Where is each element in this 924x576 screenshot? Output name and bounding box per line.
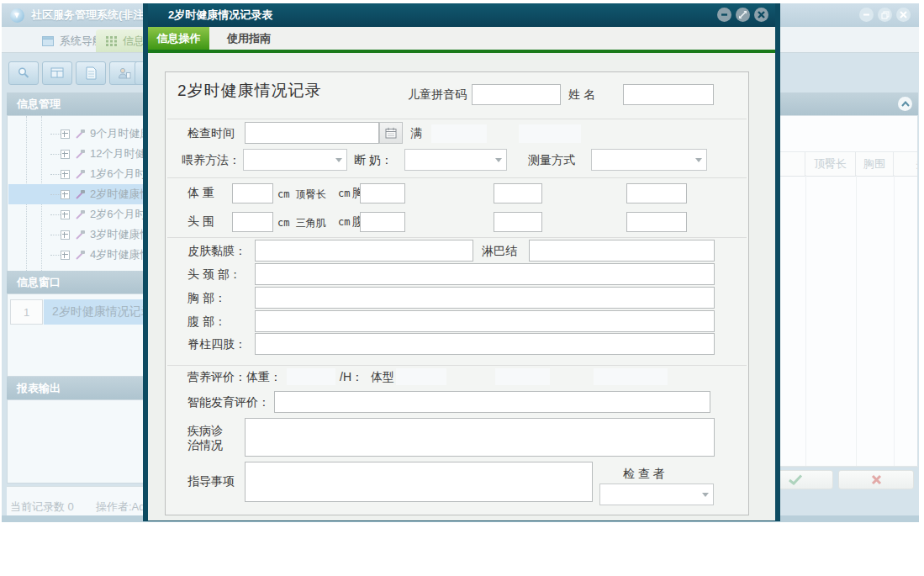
expand-icon[interactable]: [61, 230, 70, 240]
disease-textarea[interactable]: [245, 418, 715, 457]
tab-info-operation[interactable]: 信息操作: [148, 27, 209, 50]
panel-title: 信息管理: [17, 98, 61, 110]
expand-icon[interactable]: [61, 210, 70, 219]
skin-label: 皮肤黏膜：: [187, 244, 246, 259]
dialog-minimize-icon[interactable]: [717, 8, 731, 22]
grid-window-icon[interactable]: [42, 61, 72, 85]
tab-label: 信息操作: [157, 31, 201, 46]
page-root: 社区服务管理系统(非注册版) 系统导航 信息操作: [0, 0, 924, 576]
minimize-icon[interactable]: [859, 8, 874, 22]
check-time-input[interactable]: [245, 122, 379, 144]
panel-title: 报表输出: [17, 382, 61, 394]
measure-label: 测量方式: [528, 153, 575, 168]
spine-limbs-input[interactable]: [255, 333, 715, 355]
divider: [167, 177, 747, 178]
head-circ-input[interactable]: [232, 212, 273, 232]
expand-icon[interactable]: [61, 251, 70, 260]
name-input[interactable]: [623, 84, 714, 105]
app-icon: [10, 8, 24, 23]
divider: [167, 237, 747, 238]
document-icon[interactable]: [76, 61, 106, 85]
head-units-label: cm 三角肌: [277, 216, 326, 230]
row-index-label: 1: [24, 306, 29, 319]
measure-input[interactable]: [626, 183, 687, 203]
intelligence-label: 智能发育评价：: [187, 395, 270, 410]
collapse-chevron-icon[interactable]: [898, 97, 912, 111]
measure-input[interactable]: [626, 212, 687, 232]
dialog-titlebar[interactable]: 2岁时健康情况记录表: [148, 3, 775, 27]
expand-icon[interactable]: [61, 150, 70, 159]
record-icon: [75, 250, 86, 261]
record-icon: [75, 230, 86, 240]
dialog-close-icon[interactable]: [754, 8, 768, 22]
dialog-controls: [717, 8, 768, 22]
man-label: 满: [410, 126, 422, 141]
grid-icon: [106, 36, 117, 46]
nutrition-readonly-field: [287, 368, 335, 385]
cm-unit-label: cm: [338, 188, 350, 199]
tab-label: 使用指南: [227, 31, 271, 46]
measure-input[interactable]: [494, 212, 542, 232]
dialog-tabbar: 信息操作 使用指南: [148, 27, 775, 50]
close-icon[interactable]: [896, 8, 911, 22]
panel-title: 信息窗口: [17, 276, 61, 288]
measure-select[interactable]: [591, 149, 707, 171]
intelligence-input[interactable]: [274, 391, 710, 413]
expand-icon[interactable]: [61, 190, 70, 199]
search-icon[interactable]: [8, 61, 39, 85]
measure-input[interactable]: [494, 183, 542, 203]
window-icon: [42, 36, 54, 46]
restore-icon[interactable]: [878, 8, 892, 22]
lymph-input[interactable]: [529, 240, 715, 262]
head-neck-input[interactable]: [255, 263, 715, 285]
expand-icon[interactable]: [61, 129, 70, 139]
cross-icon: [871, 474, 882, 485]
head-neck-label: 头 颈 部：: [187, 267, 241, 283]
record-icon: [75, 189, 86, 200]
check-time-label: 检查时间: [187, 126, 235, 141]
tab-user-guide[interactable]: 使用指南: [219, 27, 278, 50]
examiner-select[interactable]: [599, 484, 714, 505]
feeding-select[interactable]: [243, 149, 347, 171]
age-readonly-field: [431, 124, 487, 143]
record-icon: [75, 209, 86, 220]
main-window-controls: [859, 8, 911, 22]
record-icon: [75, 129, 86, 140]
chest-area-input[interactable]: [255, 287, 715, 309]
examiner-label: 检 查 者: [623, 467, 665, 482]
record-dialog: 2岁时健康情况记录表 信息操作 使用指南: [143, 3, 780, 521]
age-readonly-field: [519, 124, 581, 143]
chevron-down-icon: [495, 158, 502, 162]
clipped-label: 胸围: [352, 186, 360, 201]
chevron-down-icon: [335, 158, 342, 162]
weaning-label: 断 奶：: [354, 153, 393, 168]
chest-input[interactable]: [360, 183, 405, 203]
spine-label: 脊柱四肢：: [187, 337, 246, 352]
skin-input[interactable]: [255, 240, 473, 262]
abdomen-area-input[interactable]: [255, 310, 715, 332]
dialog-maximize-icon[interactable]: [736, 8, 750, 22]
chevron-down-icon: [702, 493, 709, 497]
grid-col-header[interactable]: 头围: [894, 152, 918, 176]
weight-input[interactable]: [232, 183, 273, 203]
name-label: 姓 名: [568, 87, 595, 103]
form-heading: 2岁时健康情况记录: [177, 80, 322, 102]
nutrition-readonly-field: [594, 368, 668, 385]
pinyin-input[interactable]: [472, 84, 561, 105]
calendar-icon[interactable]: [379, 122, 403, 144]
cancel-button[interactable]: [838, 470, 914, 489]
nutrition-readonly-field: [396, 368, 446, 385]
divider: [167, 119, 747, 119]
dialog-title: 2岁时健康情况记录表: [168, 8, 272, 23]
disease-label: 疾病诊 治情况: [187, 424, 223, 452]
abdomen-circ-input[interactable]: [360, 212, 405, 232]
grid-col-header[interactable]: 顶臀长: [805, 152, 856, 176]
guidance-textarea[interactable]: [245, 462, 593, 502]
check-icon: [788, 474, 803, 485]
weaning-select[interactable]: [404, 149, 507, 171]
dialog-body: 2岁时健康情况记录 儿童拼音码 姓 名 检查时间 满 喂养方法： 断 奶： 测量…: [148, 53, 775, 521]
expand-icon[interactable]: [61, 170, 70, 179]
record-form: 2岁时健康情况记录 儿童拼音码 姓 名 检查时间 满 喂养方法： 断 奶： 测量…: [165, 71, 749, 515]
grid-col-header[interactable]: 胸围: [856, 152, 894, 176]
lymph-label: 淋巴结: [482, 244, 517, 259]
